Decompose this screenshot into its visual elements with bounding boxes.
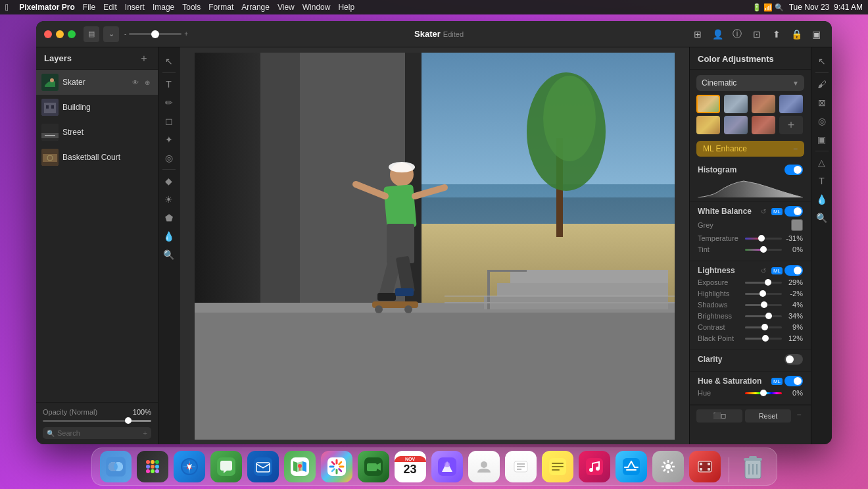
dock-messages[interactable] — [210, 451, 242, 482]
dropper-tool[interactable]: 💧 — [160, 228, 178, 245]
dock-calendar[interactable]: NOV 23 — [395, 451, 426, 482]
white-balance-reset-icon[interactable]: ↺ — [759, 207, 768, 216]
sidebar-toggle-button[interactable]: ▤ — [84, 26, 99, 42]
text-tool[interactable]: T — [160, 76, 178, 93]
dock-system-prefs[interactable] — [652, 451, 684, 482]
fullscreen-button[interactable] — [68, 30, 76, 38]
white-balance-toggle[interactable] — [784, 206, 803, 217]
dock-pixelmator[interactable] — [431, 451, 463, 482]
menu-file[interactable]: File — [83, 3, 95, 12]
dock-finder[interactable] — [100, 451, 132, 482]
menu-insert[interactable]: Insert — [125, 3, 145, 12]
app-name[interactable]: Pixelmator Pro — [19, 3, 75, 12]
dock-film-red[interactable] — [689, 451, 721, 482]
dock-contacts[interactable] — [468, 451, 500, 482]
temperature-slider[interactable] — [745, 238, 782, 240]
minimize-button[interactable] — [56, 30, 64, 38]
contacts-icon-btn[interactable]: 👤 — [710, 26, 725, 42]
dock-music[interactable] — [579, 451, 610, 482]
hue-saturation-toggle[interactable] — [784, 376, 803, 386]
reset-button[interactable]: Reset — [745, 409, 791, 423]
view-options-button[interactable]: ⌄ — [103, 26, 119, 42]
blur-tool[interactable]: ◎ — [160, 149, 178, 167]
tint-slider[interactable] — [745, 249, 782, 251]
preset-dropdown[interactable]: Cinematic ▼ — [696, 75, 804, 91]
menu-format[interactable]: Format — [208, 3, 233, 12]
apple-menu[interactable]:  — [5, 2, 9, 13]
highlights-slider[interactable] — [745, 293, 782, 295]
info-icon-btn[interactable]: ⓘ — [729, 26, 745, 42]
right-dropper-tool[interactable]: 💧 — [813, 191, 831, 208]
layer-item-skater[interactable]: Skater 👁 ⊕ — [36, 70, 158, 95]
opacity-slider[interactable] — [43, 420, 151, 422]
brush-tool[interactable]: ✏ — [160, 94, 178, 111]
add-layer-button[interactable]: + — [138, 53, 150, 64]
right-zoom-tool[interactable]: 🔍 — [813, 209, 831, 226]
eraser-tool[interactable]: ◻ — [160, 113, 178, 130]
menu-arrange[interactable]: Arrange — [241, 3, 270, 12]
menu-help[interactable]: Help — [338, 3, 354, 12]
zoom-slider[interactable] — [129, 33, 181, 35]
dock-facetime[interactable] — [358, 451, 389, 482]
menu-edit[interactable]: Edit — [103, 3, 117, 12]
brightness-slider[interactable] — [745, 315, 782, 317]
menu-tools[interactable]: Tools — [182, 3, 201, 12]
layers-icon-btn[interactable]: ⊞ — [690, 26, 706, 42]
dock-notes[interactable] — [542, 451, 573, 482]
lightness-reset-icon[interactable]: ↺ — [759, 266, 768, 275]
dock-safari[interactable] — [174, 451, 205, 482]
right-text-tool[interactable]: T — [813, 172, 831, 190]
hue-slider[interactable] — [745, 392, 782, 394]
cursor-select-tool[interactable]: ↖ — [813, 53, 831, 70]
search-layer-input[interactable] — [57, 429, 141, 437]
layer-action-skater[interactable]: ⊕ — [142, 77, 153, 88]
preset-thumb-2[interactable] — [724, 95, 748, 113]
layer-visibility-skater[interactable]: 👁 — [130, 77, 141, 88]
right-shape-tool[interactable]: △ — [813, 154, 831, 171]
menu-image[interactable]: Image — [153, 3, 174, 12]
right-eraser-tool[interactable]: ⊠ — [813, 94, 831, 111]
layer-item-basketball-court[interactable]: Basketball Court — [36, 145, 158, 170]
zoom-minus[interactable]: - — [124, 30, 126, 38]
histogram-toggle[interactable] — [784, 165, 803, 175]
contrast-slider[interactable] — [745, 326, 782, 328]
menu-window[interactable]: Window — [302, 3, 331, 12]
dodge-tool[interactable]: ☀ — [160, 191, 178, 208]
paint-tool[interactable]: 🖌 — [813, 76, 831, 93]
preset-thumb-1[interactable] — [696, 95, 720, 113]
adjustments-minus-icon[interactable]: − — [794, 409, 804, 420]
black-point-slider[interactable] — [745, 338, 782, 340]
exposure-slider[interactable] — [745, 282, 782, 284]
share-icon-btn[interactable]: ⬆ — [769, 26, 784, 42]
panels-icon-btn[interactable]: ▣ — [808, 26, 824, 42]
preset-thumb-6[interactable] — [724, 116, 748, 134]
right-blur-tool[interactable]: ◎ — [813, 113, 831, 130]
preset-thumb-3[interactable] — [752, 95, 775, 113]
add-preset-button[interactable]: + — [779, 116, 803, 134]
dock-mail[interactable] — [247, 451, 279, 482]
canvas-area[interactable] — [180, 47, 689, 444]
close-button[interactable] — [44, 30, 52, 38]
layer-item-building[interactable]: Building — [36, 95, 158, 120]
sponge-tool[interactable]: ⬟ — [160, 209, 178, 226]
layer-item-street[interactable]: Street — [36, 120, 158, 145]
mode-toggle-button[interactable]: ⬛◻ — [696, 409, 742, 423]
clone-tool[interactable]: ✦ — [160, 131, 178, 148]
search-add-icon[interactable]: + — [143, 429, 147, 437]
dock-maps[interactable] — [284, 451, 316, 482]
lock-icon-btn[interactable]: 🔒 — [788, 26, 804, 42]
cursor-tool[interactable]: ↖ — [160, 53, 178, 70]
dock-photos[interactable] — [321, 451, 352, 482]
sharpen-tool[interactable]: ◆ — [160, 172, 178, 190]
dock-trash[interactable] — [737, 451, 769, 482]
dock-appstore[interactable] — [615, 451, 647, 482]
dock-reminders[interactable] — [505, 451, 537, 482]
zoom-tool[interactable]: 🔍 — [160, 246, 178, 263]
grey-picker-button[interactable] — [791, 219, 803, 231]
gradient-tool[interactable]: ▣ — [813, 131, 831, 148]
preset-thumb-5[interactable] — [696, 116, 720, 134]
clarity-toggle[interactable] — [784, 354, 803, 365]
lightness-toggle[interactable] — [784, 265, 803, 276]
dock-launchpad[interactable] — [137, 451, 168, 482]
crop-icon-btn[interactable]: ⊡ — [749, 26, 765, 42]
